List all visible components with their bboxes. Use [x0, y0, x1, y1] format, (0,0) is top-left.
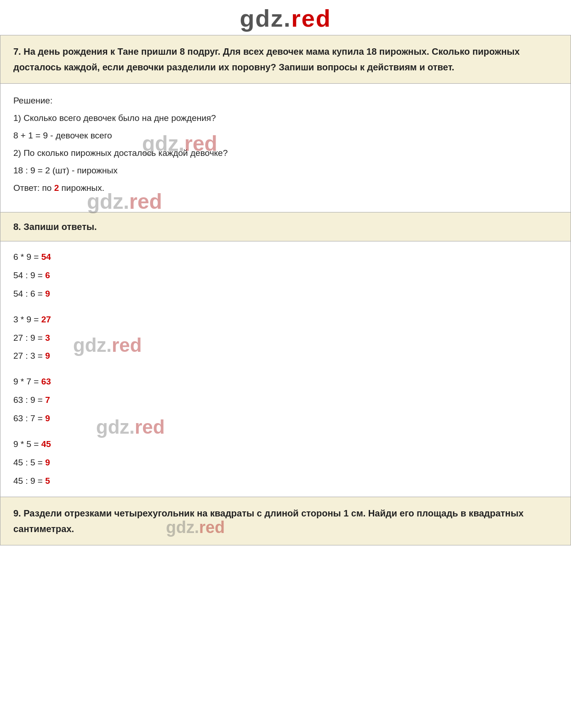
math-line-4-2: 45 : 5 = 9: [13, 453, 558, 472]
answer-row: Ответ: по 2 пирожных. gdz.red: [13, 179, 558, 197]
task7-number: 7.: [13, 46, 21, 57]
step2-answer: 18 : 9 = 2 (шт) - пирожных: [13, 162, 558, 179]
solution-label: Решение:: [13, 92, 558, 109]
math-line-2-3: 27 : 3 = 9: [13, 347, 558, 365]
step2-question: 2) По сколько пирожных досталось каждой …: [13, 144, 558, 162]
math-line-2-2: 27 : 9 = 3 gdz.red: [13, 329, 558, 347]
math-line-3-3: 63 : 7 = 9 gdz.red: [13, 409, 558, 428]
watermark-top: gdz.red: [0, 0, 571, 35]
task8-number: 8.: [13, 222, 21, 232]
task9-header: 9. Раздели отрезками четырехугольник на …: [0, 497, 571, 545]
answer-suffix: пирожных.: [59, 183, 104, 193]
task8-header: 8. Запиши ответы.: [0, 212, 571, 241]
math-line-1-2: 54 : 9 = 6: [13, 266, 558, 285]
math-line-3-1: 9 * 7 = 63: [13, 373, 558, 391]
math-line-4-3: 45 : 9 = 5: [13, 472, 558, 490]
task8-body: 6 * 9 = 54 54 : 9 = 6 54 : 6 = 9 3 * 9 =…: [0, 241, 571, 497]
task8-text: Запиши ответы.: [23, 222, 97, 232]
step1-question: 1) Сколько всего девочек было на дне рож…: [13, 109, 558, 127]
page: gdz.red 7. На день рождения к Тане пришл…: [0, 0, 571, 728]
step1-answer: 8 + 1 = 9 - девочек всего: [13, 131, 112, 140]
answer-num: 2: [54, 183, 59, 193]
math-line-3-2: 63 : 9 = 7: [13, 391, 558, 409]
watermark-red: red: [291, 5, 331, 32]
math-line-1-1: 6 * 9 = 54: [13, 248, 558, 266]
math-line-4-1: 9 * 5 = 45: [13, 435, 558, 453]
answer-prefix: Ответ: по: [13, 183, 54, 193]
math-line-1-3: 54 : 6 = 9: [13, 285, 558, 303]
task9-text: Раздели отрезками четырехугольник на ква…: [13, 508, 524, 534]
sep3: [13, 428, 558, 435]
task9-number: 9.: [13, 508, 21, 518]
sep1: [13, 303, 558, 310]
math-line-2-1: 3 * 9 = 27: [13, 310, 558, 329]
sep2: [13, 365, 558, 373]
step1-answer-row: 8 + 1 = 9 - девочек всего gdz.red: [13, 127, 558, 144]
solution7: Решение: 1) Сколько всего девочек было н…: [0, 84, 571, 212]
task7-text: На день рождения к Тане пришли 8 подруг.…: [13, 46, 520, 72]
task7-header: 7. На день рождения к Тане пришли 8 подр…: [0, 35, 571, 84]
